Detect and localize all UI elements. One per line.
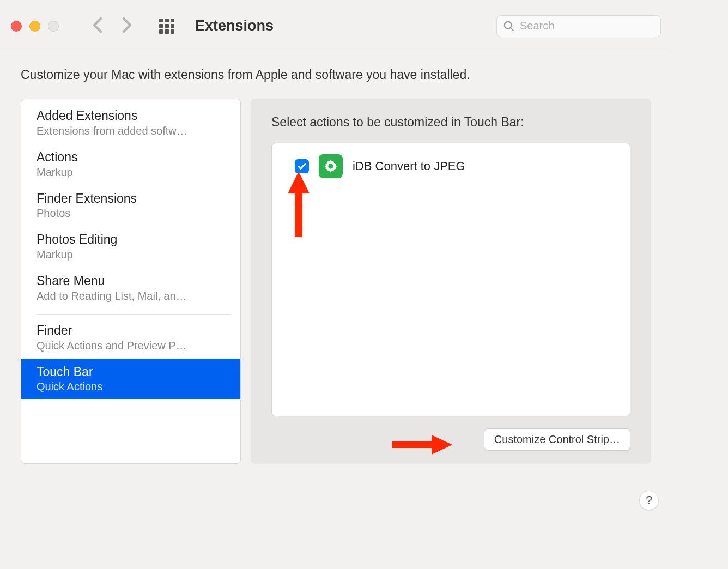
- detail-heading: Select actions to be customized in Touch…: [271, 115, 630, 130]
- content-area: Customize your Mac with extensions from …: [0, 52, 672, 480]
- sidebar-separator: [37, 314, 232, 315]
- toolbar: Extensions: [0, 0, 672, 52]
- sidebar-item-subtitle: Markup: [37, 247, 225, 262]
- zoom-window-button[interactable]: [48, 21, 59, 32]
- sidebar-item-finder-extensions[interactable]: Finder ExtensionsPhotos: [21, 185, 240, 227]
- back-button[interactable]: [92, 17, 104, 35]
- sidebar-item-subtitle: Markup: [37, 165, 225, 180]
- gear-icon: [319, 154, 343, 178]
- check-icon: [297, 161, 307, 171]
- svg-point-0: [505, 21, 512, 28]
- category-sidebar: Added ExtensionsExtensions from added so…: [21, 99, 241, 464]
- search-field-wrap: [496, 15, 661, 37]
- action-checkbox[interactable]: [295, 159, 309, 173]
- sidebar-item-title: Actions: [37, 149, 225, 165]
- intro-text: Customize your Mac with extensions from …: [21, 68, 651, 82]
- detail-footer: Customize Control Strip…: [271, 428, 630, 451]
- window-title: Extensions: [195, 17, 496, 34]
- nav-buttons: [92, 17, 133, 35]
- sidebar-item-photos-editing[interactable]: Photos EditingMarkup: [21, 226, 240, 268]
- sidebar-item-title: Finder Extensions: [37, 191, 225, 207]
- sidebar-item-subtitle: Quick Actions and Preview P…: [37, 338, 225, 353]
- sidebar-item-share-menu[interactable]: Share MenuAdd to Reading List, Mail, an…: [21, 268, 240, 309]
- sidebar-item-subtitle: Add to Reading List, Mail, an…: [37, 289, 225, 304]
- search-icon: [503, 20, 515, 32]
- sidebar-item-touch-bar[interactable]: Touch BarQuick Actions: [21, 359, 240, 400]
- panels: Added ExtensionsExtensions from added so…: [21, 99, 651, 464]
- svg-line-1: [511, 27, 514, 31]
- sidebar-item-subtitle: Quick Actions: [37, 379, 225, 394]
- action-label: iDB Convert to JPEG: [353, 159, 465, 173]
- search-input[interactable]: [496, 15, 661, 37]
- sidebar-item-title: Added Extensions: [37, 108, 225, 124]
- sidebar-item-actions[interactable]: ActionsMarkup: [21, 144, 240, 185]
- sidebar-item-subtitle: Extensions from added softw…: [37, 124, 225, 138]
- sidebar-item-title: Finder: [37, 323, 225, 338]
- close-window-button[interactable]: [11, 21, 22, 32]
- sidebar-item-title: Photos Editing: [37, 232, 225, 247]
- sidebar-item-added-extensions[interactable]: Added ExtensionsExtensions from added so…: [21, 99, 240, 144]
- detail-panel: Select actions to be customized in Touch…: [251, 99, 651, 464]
- sidebar-item-title: Share Menu: [37, 273, 225, 289]
- sidebar-item-subtitle: Photos: [37, 206, 225, 221]
- action-list: iDB Convert to JPEG: [271, 143, 630, 416]
- minimize-window-button[interactable]: [29, 21, 40, 32]
- action-row[interactable]: iDB Convert to JPEG: [272, 149, 630, 184]
- show-all-preferences-button[interactable]: [159, 19, 174, 34]
- customize-control-strip-button[interactable]: Customize Control Strip…: [484, 428, 630, 451]
- gear-icon-svg: [323, 159, 338, 174]
- sidebar-item-title: Touch Bar: [37, 364, 225, 380]
- window-controls: [11, 21, 59, 32]
- sidebar-item-finder[interactable]: FinderQuick Actions and Preview P…: [21, 317, 240, 359]
- help-button[interactable]: ?: [639, 491, 659, 510]
- forward-button[interactable]: [121, 17, 133, 35]
